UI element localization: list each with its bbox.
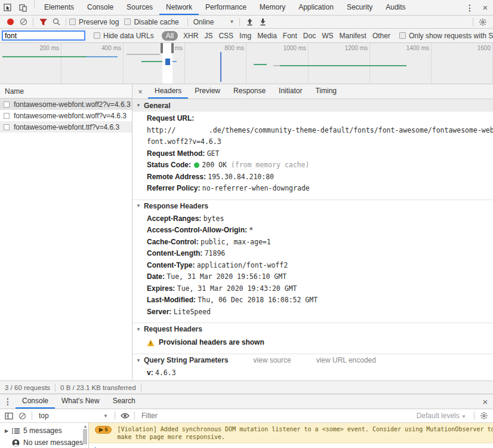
console-sidebar-label: No user messages (23, 438, 83, 447)
tab-console[interactable]: Console (81, 0, 120, 15)
javascript-context-dropdown[interactable]: top▼ (35, 412, 112, 420)
triangle-down-icon: ▼ (136, 203, 141, 208)
drawer-menu-icon[interactable]: ⋮ (0, 394, 16, 409)
close-devtools-icon[interactable]: × (477, 0, 493, 15)
tab-network[interactable]: Network (159, 0, 199, 15)
tab-application[interactable]: Application (292, 0, 340, 15)
log-levels-dropdown[interactable]: Default levels ▼ (417, 412, 466, 420)
header-key: Request Method: (147, 149, 207, 158)
link-view-source[interactable]: view source (253, 356, 291, 364)
network-settings-gear-icon[interactable] (476, 17, 489, 27)
header-value: 71896 (205, 249, 226, 257)
resource-filter-xhr[interactable]: XHR (183, 32, 198, 40)
header-key: Referrer Policy: (147, 184, 202, 192)
selection-handle[interactable] (171, 43, 174, 53)
resource-filter-doc[interactable]: Doc (303, 32, 316, 40)
link-view-URL-encoded[interactable]: view URL encoded (316, 356, 376, 364)
request-row[interactable]: fontawesome-webfont.woff2?v=4.6.3 (0, 99, 132, 110)
resource-filter-img[interactable]: Img (239, 32, 251, 40)
console-sidebar-scrollbar[interactable]: ▲ (83, 424, 88, 447)
details-tab-initiator[interactable]: Initiator (272, 84, 309, 99)
request-row[interactable]: fontawesome-webfont.ttf?v=4.6.3 (0, 121, 132, 133)
tab-security[interactable]: Security (340, 0, 379, 15)
name-column-header[interactable]: Name (0, 84, 132, 99)
timeline-tick-label: 1200 ms (334, 45, 368, 51)
resource-filter-media[interactable]: Media (257, 32, 277, 40)
import-har-icon[interactable] (243, 17, 256, 27)
console-prompt-row[interactable]: › (89, 443, 493, 448)
resource-filter-font[interactable]: Font (283, 32, 297, 40)
section-header-query-string-parameters[interactable]: ▼Query String Parametersview sourceview … (133, 354, 493, 366)
network-filter-input[interactable] (2, 30, 85, 41)
resource-file-icon (4, 102, 10, 108)
resource-filter-css[interactable]: CSS (218, 32, 233, 40)
tab-audits[interactable]: Audits (379, 0, 412, 15)
violation-count-badge[interactable]: ▶ 5 (95, 426, 112, 434)
details-tab-preview[interactable]: Preview (188, 84, 227, 99)
tab-performance[interactable]: Performance (199, 0, 253, 15)
header-key: v: (147, 369, 155, 377)
request-list: fontawesome-webfont.woff2?v=4.6.3fontawe… (0, 99, 132, 133)
resource-filter-ws[interactable]: WS (322, 32, 333, 40)
toggle-console-sidebar-icon[interactable] (2, 410, 16, 421)
details-tab-timing[interactable]: Timing (309, 84, 343, 99)
close-details-icon[interactable]: × (133, 84, 148, 99)
selection-handle[interactable] (161, 43, 163, 53)
header-key: Status Code: (147, 161, 193, 169)
timeline-tick-label: 1400 ms (396, 45, 429, 51)
resource-filter-js[interactable]: JS (204, 32, 212, 40)
export-har-icon[interactable] (256, 17, 269, 27)
resource-filter-all[interactable]: All (162, 31, 178, 41)
network-overview-timeline[interactable]: 200 ms400 ms600 ms800 ms1000 ms1200 ms14… (0, 43, 493, 84)
header-key: Request URL: (147, 114, 194, 122)
console-sidebar-label: 5 messages (23, 426, 62, 435)
live-expression-eye-icon[interactable] (118, 410, 131, 421)
section-header-general[interactable]: ▼General (133, 99, 493, 112)
drawer-tab-whatsnew[interactable]: What's New (55, 394, 106, 409)
samesite-checkbox[interactable] (399, 32, 406, 39)
request-row[interactable]: fontawesome-webfont.woff?v=4.6.3 (0, 110, 132, 121)
clear-console-icon[interactable] (16, 410, 29, 421)
hide-data-urls-checkbox[interactable] (94, 32, 100, 39)
console-settings-gear-icon[interactable] (477, 410, 491, 421)
tab-memory[interactable]: Memory (253, 0, 292, 15)
drawer-tab-console[interactable]: Console (16, 394, 55, 409)
triangle-right-icon[interactable]: ▶ (5, 428, 10, 434)
section-title: Request Headers (144, 325, 202, 333)
more-options-icon[interactable]: ⋮ (462, 0, 477, 15)
filter-icon[interactable] (36, 17, 50, 27)
preserve-log-checkbox[interactable] (69, 19, 76, 25)
drawer-tab-search[interactable]: Search (106, 394, 142, 409)
tab-sources[interactable]: Sources (120, 0, 159, 15)
header-key: Accept-Ranges: (147, 214, 204, 223)
header-field: Content-Length: 71896 (133, 248, 493, 260)
tab-elements[interactable]: Elements (38, 0, 81, 15)
resource-filter-manifest[interactable]: Manifest (340, 32, 366, 40)
header-value-note: (from memory cache) (227, 161, 309, 169)
timeline-drag-marker[interactable] (165, 59, 170, 65)
toggle-device-toolbar-icon[interactable] (16, 0, 31, 15)
section-header-response-headers[interactable]: ▼Response Headers (133, 200, 493, 212)
resource-filter-other[interactable]: Other (372, 32, 390, 40)
close-drawer-icon[interactable]: × (477, 394, 493, 409)
warning-icon (147, 339, 155, 346)
record-network-log-button[interactable] (4, 17, 17, 27)
details-tab-headers[interactable]: Headers (148, 84, 188, 99)
clear-network-log-icon[interactable] (17, 17, 30, 27)
resource-file-icon (4, 124, 10, 130)
details-tab-response[interactable]: Response (227, 84, 272, 99)
header-key: Content-Length: (147, 249, 205, 257)
section-header-request-headers[interactable]: ▼Request Headers (133, 323, 493, 335)
header-field: Request URL: http:// .de/themes/communit… (133, 113, 493, 148)
console-filter-input[interactable] (138, 412, 417, 420)
throttling-dropdown[interactable]: Online▼ (191, 18, 237, 26)
header-key: Server: (147, 308, 174, 316)
console-sidebar-item[interactable]: ▶5 messages (0, 425, 88, 437)
search-icon[interactable] (50, 17, 63, 27)
console-sidebar-item[interactable]: No user messages (0, 437, 88, 448)
inspect-element-icon[interactable] (0, 0, 16, 15)
disable-cache-checkbox[interactable] (124, 19, 131, 25)
resource-file-icon (4, 113, 10, 119)
details-tabbar: × HeadersPreviewResponseInitiatorTiming (133, 84, 493, 99)
header-value: Thu, 06 Dec 2018 16:08:52 GMT (198, 296, 318, 304)
